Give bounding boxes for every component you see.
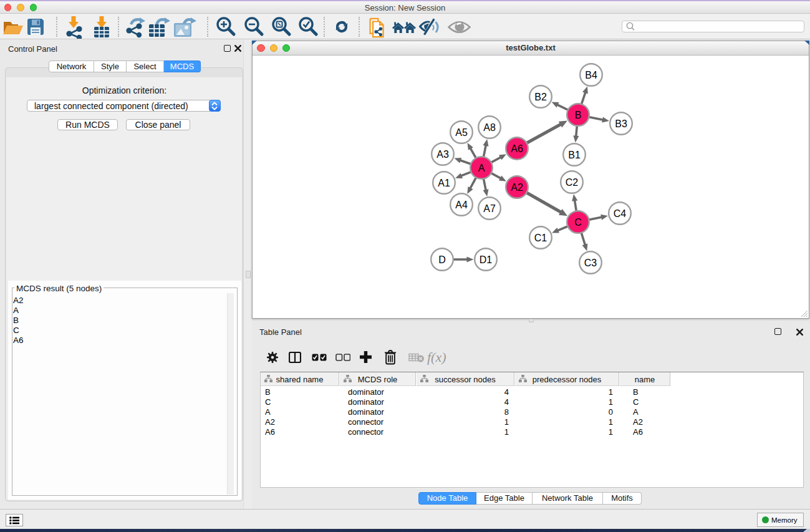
svg-text:A3: A3 [436, 149, 449, 160]
svg-text:A4: A4 [455, 200, 468, 210]
svg-text:A1: A1 [438, 178, 450, 188]
svg-text:B4: B4 [585, 70, 597, 80]
svg-text:A2: A2 [511, 182, 523, 193]
svg-text:B3: B3 [615, 118, 627, 129]
svg-text:D: D [438, 254, 446, 265]
svg-text:C4: C4 [614, 208, 627, 219]
svg-text:B: B [575, 110, 582, 120]
svg-text:A6: A6 [511, 143, 523, 154]
svg-text:B2: B2 [534, 92, 547, 102]
svg-text:B1: B1 [568, 150, 581, 160]
svg-text:A5: A5 [455, 127, 468, 138]
svg-text:A7: A7 [483, 203, 496, 214]
svg-text:C1: C1 [534, 233, 547, 243]
svg-text:C3: C3 [584, 258, 597, 268]
svg-text:A8: A8 [483, 122, 496, 133]
svg-text:C: C [574, 217, 582, 228]
svg-text:C2: C2 [566, 177, 579, 188]
svg-text:A: A [478, 163, 485, 173]
svg-text:D1: D1 [480, 254, 493, 265]
